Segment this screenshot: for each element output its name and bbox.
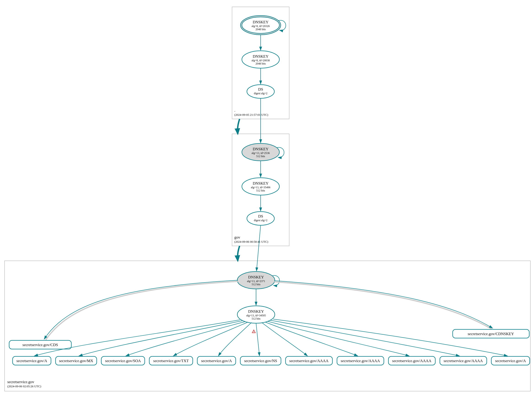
- root-ksk-line2: alg=8, id=20326: [252, 25, 270, 28]
- edge-gov-to-ss-zone: [238, 246, 240, 261]
- rrset-aaaa3-label: secretservice.gov/AAAA: [392, 359, 431, 363]
- rrset-a2: secretservice.gov/A: [197, 356, 236, 365]
- zone-root-timestamp: (2024-09-05 21:57:01 UTC): [234, 113, 268, 116]
- edge-zsk-to-aaaa2: [265, 322, 358, 356]
- zone-gov-timestamp: (2024-09-06 00:58:41 UTC): [234, 240, 268, 243]
- edge-gov-ds-to-ss-ksk: [257, 225, 261, 271]
- svg-text:!: !: [253, 330, 254, 333]
- rrset-aaaa2-label: secretservice.gov/AAAA: [341, 359, 380, 363]
- zone-secretservice-timestamp: (2024-09-06 02:05:26 UTC): [7, 385, 41, 388]
- ss-ksk-line3: 512 bits: [252, 283, 261, 286]
- edge-zsk-to-aaaa4: [270, 320, 460, 356]
- node-root-zsk: DNSKEY alg=8, id=20038 2048 bits: [242, 51, 279, 68]
- rrset-aaaa2: secretservice.gov/AAAA: [337, 356, 384, 365]
- ss-zsk-title: DNSKEY: [248, 309, 264, 314]
- node-gov-ds: DS digest alg=2: [247, 212, 274, 225]
- gov-zsk-line3: 512 bits: [256, 189, 265, 192]
- rrset-txt: secretservice.gov/TXT: [149, 356, 193, 365]
- node-root-ds: DS digest alg=2: [247, 85, 274, 98]
- rrset-a1: secretservice.gov/A: [13, 356, 51, 365]
- warning-icon: !: [252, 330, 255, 333]
- gov-zsk-line2: alg=13, id=35496: [251, 186, 271, 189]
- gov-ksk-line3: 512 bits: [256, 155, 265, 158]
- rrset-cdnskey: secretservice.gov/CDNSKEY: [453, 330, 529, 338]
- rrset-ns-label: secretservice.gov/NS: [244, 359, 277, 363]
- node-gov-ksk: DNSKEY alg=13, id=2536 512 bits: [242, 143, 279, 161]
- gov-ds-line2: digest alg=2: [254, 219, 267, 222]
- edge-ss-ksk-to-cdnskey-light: [274, 282, 492, 329]
- edge-zsk-to-ns: [256, 323, 260, 356]
- gov-ksk-title: DNSKEY: [253, 147, 269, 151]
- rrset-a1-label: secretservice.gov/A: [16, 359, 47, 363]
- zone-secretservice-label: secretservice.gov: [7, 380, 34, 384]
- gov-ds-title: DS: [258, 214, 263, 219]
- root-zsk-line3: 2048 bits: [256, 62, 266, 65]
- rrset-aaaa1-label: secretservice.gov/AAAA: [289, 359, 329, 363]
- rrset-cds: secretservice.gov/CDS: [9, 340, 71, 349]
- rrset-aaaa4: secretservice.gov/AAAA: [440, 356, 487, 365]
- gov-ksk-line2: alg=13, id=2536: [252, 151, 270, 155]
- gov-zsk-title: DNSKEY: [253, 181, 269, 186]
- rrset-a3-label: secretservice.gov/A: [495, 359, 526, 363]
- edge-zsk-to-a1: [34, 320, 240, 356]
- rrset-mx: secretservice.gov/MX: [56, 356, 97, 365]
- rrset-aaaa1: secretservice.gov/AAAA: [285, 356, 332, 365]
- root-ds-title: DS: [258, 87, 263, 91]
- rrset-a3: secretservice.gov/A: [491, 356, 530, 365]
- rrset-aaaa3: secretservice.gov/AAAA: [388, 356, 435, 365]
- rrset-aaaa4-label: secretservice.gov/AAAA: [443, 359, 483, 363]
- rrset-ns: secretservice.gov/NS: [240, 356, 281, 365]
- rrset-mx-label: secretservice.gov/MX: [59, 359, 93, 363]
- edge-ss-ksk-to-cds: [44, 280, 238, 339]
- rrset-soa-label: secretservice.gov/SOA: [105, 359, 141, 363]
- rrset-txt-label: secretservice.gov/TXT: [153, 359, 189, 363]
- edge-ss-ksk-to-cdnskey: [274, 281, 493, 328]
- root-zsk-line2: alg=8, id=20038: [252, 59, 270, 62]
- svg-point-3: [247, 85, 274, 98]
- ss-ksk-line2: alg=13, id=2371: [247, 279, 265, 283]
- node-ss-ksk: DNSKEY alg=13, id=2371 512 bits: [237, 272, 275, 289]
- zone-root-label: .: [234, 108, 235, 113]
- edge-zsk-to-soa: [126, 322, 245, 356]
- rrset-soa: secretservice.gov/SOA: [101, 356, 145, 365]
- root-zsk-title: DNSKEY: [253, 54, 269, 58]
- svg-point-6: [247, 212, 274, 225]
- zone-gov-label: gov: [234, 235, 240, 239]
- root-ksk-title: DNSKEY: [253, 20, 269, 24]
- ss-zsk-line3: 512 bits: [252, 317, 261, 320]
- node-gov-zsk: DNSKEY alg=13, id=35496 512 bits: [242, 178, 279, 195]
- ss-ksk-title: DNSKEY: [248, 275, 264, 279]
- rrset-a2-label: secretservice.gov/A: [201, 359, 232, 363]
- root-ds-line2: digest alg=2: [254, 92, 267, 95]
- node-ss-zsk: DNSKEY alg=13, id=34505 512 bits: [237, 306, 275, 323]
- rrset-cds-label: secretservice.gov/CDS: [22, 343, 58, 347]
- edge-zsk-to-mx: [79, 321, 242, 356]
- node-root-ksk: DNSKEY alg=8, id=20326 2048 bits: [241, 16, 281, 35]
- edge-root-to-gov-zone: [238, 119, 240, 134]
- edge-zsk-to-aaaa1: [262, 323, 308, 356]
- edge-zsk-to-aaaa3: [268, 321, 409, 356]
- rrset-cdnskey-label: secretservice.gov/CDNSKEY: [468, 332, 514, 336]
- ss-zsk-line2: alg=13, id=34505: [246, 314, 266, 317]
- root-ksk-line3: 2048 bits: [256, 28, 266, 31]
